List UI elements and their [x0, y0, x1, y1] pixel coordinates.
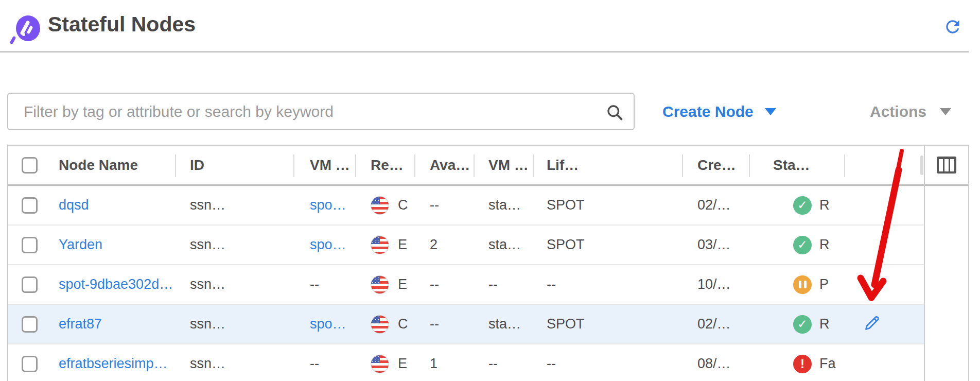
row-checkbox[interactable]: [22, 316, 38, 333]
create-node-label: Create Node: [662, 103, 754, 120]
column-header-vm[interactable]: VM …: [475, 146, 534, 184]
table-row: efratbseriesimp… ssn… -- E 1 -- -- 08/… …: [8, 344, 924, 381]
refresh-icon: [943, 17, 962, 37]
node-name-link[interactable]: Yarden: [59, 237, 102, 253]
status-cell: ✓ ! Fa: [750, 344, 845, 381]
node-id: ssn…: [190, 197, 225, 213]
column-header-re[interactable]: Re…: [356, 146, 415, 184]
region-letter: C: [398, 316, 408, 332]
column-header-ava[interactable]: Ava…: [415, 146, 475, 184]
horizontal-scrollbar-thumb[interactable]: [920, 155, 923, 175]
lifecycle: SPOT: [547, 316, 585, 332]
column-picker-button[interactable]: [937, 157, 956, 174]
created-at: 02/…: [697, 197, 731, 213]
availability-zone: 2: [430, 237, 437, 253]
column-header-id[interactable]: ID: [176, 146, 294, 184]
region-cell: E: [356, 226, 415, 264]
vm-name: --: [488, 356, 498, 372]
column-header-cre[interactable]: Cre…: [683, 146, 750, 184]
column-header-vm[interactable]: VM …: [294, 146, 356, 184]
row-checkbox[interactable]: [22, 237, 38, 253]
node-id: ssn…: [190, 237, 225, 253]
region-letter: E: [398, 237, 407, 253]
create-node-button[interactable]: Create Node: [662, 93, 776, 130]
region-cell: E: [356, 344, 415, 381]
table-row: spot-9dbae302d… ssn… -- E -- -- -- 10/… …: [8, 265, 924, 305]
region-letter: E: [398, 276, 407, 292]
created-at: 10/…: [697, 276, 731, 292]
status-icon: ✓ !: [793, 275, 812, 294]
row-checkbox-cell: [8, 344, 50, 381]
status-text: R: [819, 237, 830, 253]
node-id: ssn…: [190, 276, 225, 292]
us-flag-icon: [371, 196, 389, 215]
status-text: R: [819, 197, 830, 213]
row-checkbox-cell: [8, 186, 50, 224]
us-flag-icon: [371, 355, 389, 373]
row-checkbox[interactable]: [22, 197, 38, 214]
table-pinned-column: [924, 146, 968, 381]
row-checkbox-cell: [8, 226, 50, 264]
column-header-node-name[interactable]: Node Name: [50, 146, 176, 184]
table-row: dqsd ssn… spo… C -- sta… SPOT 02/… ✓ ! R: [8, 186, 924, 226]
availability-zone: --: [430, 276, 439, 292]
availability-zone: --: [430, 197, 439, 213]
vm-link[interactable]: spo…: [310, 237, 346, 253]
column-header-sta[interactable]: Sta…: [750, 146, 845, 184]
node-name-link[interactable]: spot-9dbae302d…: [59, 276, 173, 292]
row-checkbox-cell: [8, 265, 50, 304]
chevron-down-icon: [765, 108, 776, 115]
table-body: dqsd ssn… spo… C -- sta… SPOT 02/… ✓ ! R: [8, 186, 924, 381]
node-name-link[interactable]: dqsd: [59, 197, 89, 213]
status-icon: ✓ !: [793, 315, 812, 334]
edit-node-button[interactable]: [862, 314, 883, 335]
refresh-button[interactable]: [942, 16, 964, 38]
region-letter: C: [398, 197, 408, 213]
row-checkbox[interactable]: [22, 356, 38, 372]
vm-link[interactable]: spo…: [310, 316, 346, 332]
column-header-lif[interactable]: Lif…: [534, 146, 683, 184]
stateful-nodes-page: Stateful Nodes Create Node Actions Node …: [0, 0, 980, 381]
node-name-link[interactable]: efratbseriesimp…: [59, 356, 168, 372]
region-cell: C: [356, 186, 415, 224]
row-checkbox-cell: [8, 305, 50, 343]
availability-zone: --: [430, 316, 439, 332]
nodes-table: Node NameIDVM …Re…Ava…VM …Lif…Cre…Sta… d…: [7, 145, 969, 381]
status-icon: ✓ !: [793, 196, 812, 215]
table-main: Node NameIDVM …Re…Ava…VM …Lif…Cre…Sta… d…: [8, 146, 924, 381]
lifecycle: --: [547, 276, 556, 292]
node-id: ssn…: [190, 316, 225, 332]
chevron-down-icon: [940, 108, 951, 115]
table-row: Yarden ssn… spo… E 2 sta… SPOT 03/… ✓ ! …: [8, 226, 924, 265]
vm-name: sta…: [488, 316, 521, 332]
header-checkbox-cell: [8, 146, 50, 184]
row-checkbox[interactable]: [22, 276, 38, 293]
actions-button[interactable]: Actions: [870, 93, 951, 130]
select-all-checkbox[interactable]: [22, 157, 38, 174]
created-at: 08/…: [697, 356, 731, 372]
status-cell: ✓ ! R: [750, 305, 845, 343]
node-name-link[interactable]: efrat87: [59, 316, 102, 332]
table-row: efrat87 ssn… spo… C -- sta… SPOT 02/… ✓ …: [8, 305, 924, 344]
us-flag-icon: [371, 236, 389, 254]
created-at: 03/…: [697, 237, 731, 253]
status-cell: ✓ ! P: [750, 265, 845, 304]
vm-link[interactable]: --: [310, 356, 319, 372]
header-divider: [0, 51, 969, 53]
status-icon: ✓ !: [793, 236, 812, 254]
pencil-icon: [864, 315, 881, 332]
region-cell: E: [356, 265, 415, 304]
status-text: P: [819, 276, 829, 292]
region-cell: C: [356, 305, 415, 343]
page-title: Stateful Nodes: [48, 12, 196, 37]
node-id: ssn…: [190, 356, 225, 372]
vm-link[interactable]: spo…: [310, 197, 346, 213]
lifecycle: --: [547, 356, 556, 372]
filter-input[interactable]: [7, 93, 635, 130]
vm-link[interactable]: --: [310, 276, 319, 292]
status-cell: ✓ ! R: [750, 226, 845, 264]
status-icon: ✓ !: [793, 355, 812, 373]
us-flag-icon: [371, 275, 389, 294]
lifecycle: SPOT: [547, 197, 585, 213]
vm-name: --: [488, 276, 498, 292]
